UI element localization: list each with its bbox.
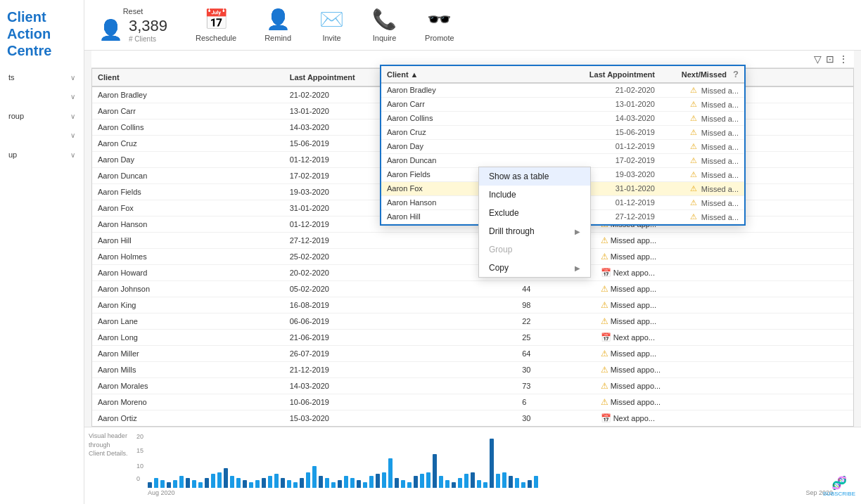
cell-age: 22 [516,314,594,330]
cell-last-appt: 05-02-2020 [284,281,517,297]
cm-copy[interactable]: Copy ▶ [479,259,590,277]
ht-row[interactable]: Aaron Duncan 17-02-2019 ⚠Missed a... [381,154,744,168]
ht-cell-last-appt: 17-02-2019 [537,156,655,165]
ht-col-next-missed[interactable]: Next/Missed ? [655,69,739,79]
subscribe-button[interactable]: 🧬 SUBSCRIBE [823,475,855,497]
ht-cell-client: Aaron Duncan [387,156,537,165]
copy-arrow: ▶ [575,264,580,272]
reset-section[interactable]: Reset 👤 3,389 # Clients [98,7,167,43]
col-status[interactable] [819,69,853,86]
chart-bar [331,482,336,488]
ht-cell-status: ⚠Missed a... [655,114,739,123]
cm-exclude[interactable]: Exclude [479,204,590,222]
chart-bar [243,480,247,488]
table-row[interactable]: Aaron Johnson 05-02-2020 44 ⚠ Missed app… [92,281,853,297]
chart-bar [167,482,171,488]
sidebar-item-2[interactable]: ∨ [7,90,77,103]
sidebar: ClientActionCentre ts ∨ ∨ roup ∨ ∨ up ∨ [0,0,84,504]
chart-bar [439,476,443,488]
chart-bar [528,480,532,488]
chart-bar [363,482,367,488]
table-row[interactable]: Aaron King 16-08-2019 98 ⚠ Missed app... [92,297,853,314]
chart-bar [414,476,418,488]
cell-last-appt: 15-03-2020 [284,411,517,427]
sidebar-item-4[interactable]: ∨ [7,129,77,142]
cell-client: Aaron Miller [92,346,284,362]
cell-client: Aaron Bradley [92,86,284,103]
cm-group[interactable]: Group [479,240,590,259]
inquire-action[interactable]: 📞 Inquire [372,8,397,42]
remind-action[interactable]: 👤 Remind [264,8,291,42]
chart-bar [420,474,424,488]
table-row[interactable]: Aaron Howard 20-02-2020 29 📅 Next appo..… [92,265,853,281]
cell-status [819,152,853,168]
cm-show-as-table-label: Show as a table [489,172,549,181]
ht-row[interactable]: Aaron Carr 13-01-2020 ⚠Missed a... [381,98,744,112]
chart-bar [395,478,399,488]
chart-bars [148,432,833,488]
cell-next-missed: 📅 Next appo... [595,330,819,346]
cm-show-as-table[interactable]: Show as a table [479,167,590,186]
cm-include[interactable]: Include [479,186,590,204]
ht-cell-status: ⚠Missed a... [655,212,739,221]
table-row[interactable]: Aaron Lane 06-06-2019 22 ⚠ Missed app... [92,314,853,330]
cell-client: Aaron Morales [92,378,284,394]
context-menu: Show as a table Include Exclude Drill th… [478,167,591,278]
sidebar-item-1[interactable]: ts ∨ [7,70,77,84]
cell-client: Aaron King [92,297,284,314]
table-row[interactable]: Aaron Holmes 25-02-2020 67 ⚠ Missed app.… [92,249,853,265]
reset-count: 3,389 [129,17,167,35]
cell-client: Aaron Howard [92,265,284,281]
table-row[interactable]: Aaron Hill 27-12-2019 53 ⚠ Missed app... [92,233,853,249]
expand-icon[interactable]: ⊡ [826,53,834,65]
chart-bar [249,482,253,488]
cm-drill-through[interactable]: Drill through ▶ [479,222,590,240]
cell-status [819,362,853,378]
chart-bar [268,476,272,488]
ht-cell-status: ⚠Missed a... [655,128,739,137]
table-row[interactable]: Aaron Morales 14-03-2020 73 ⚠ Missed app… [92,378,853,394]
subscribe-icon: 🧬 [831,475,847,491]
chart-bar [521,482,525,488]
sidebar-item-group[interactable]: roup ∨ [7,109,77,123]
table-row[interactable]: Aaron Moreno 10-06-2019 6 ⚠ Missed appo.… [92,394,853,411]
ht-row[interactable]: Aaron Cruz 15-06-2019 ⚠Missed a... [381,126,744,140]
table-row[interactable]: Aaron Ortiz 15-03-2020 30 📅 Next appo... [92,411,853,427]
more-icon[interactable]: ⋮ [838,53,848,65]
cm-group-label: Group [489,245,512,254]
ht-cell-client: Aaron Cruz [387,128,537,137]
chart-bar [173,480,177,488]
cell-status [819,314,853,330]
table-row[interactable]: Aaron Miller 26-07-2019 64 ⚠ Missed app.… [92,346,853,362]
cell-last-appt: 14-03-2020 [284,378,517,394]
chart-bar [382,472,386,488]
ht-cell-last-appt: 15-06-2019 [537,128,655,137]
chart-bar [179,476,184,488]
table-row[interactable]: Aaron Mills 21-12-2019 30 ⚠ Missed appo.… [92,362,853,378]
promote-action[interactable]: 🕶️ Promote [425,8,454,42]
ht-col-last-appt[interactable]: Last Appointment [537,70,655,79]
sidebar-item-up[interactable]: up ∨ [7,148,77,162]
ht-row[interactable]: Aaron Collins 14-03-2020 ⚠Missed a... [381,112,744,126]
ht-row[interactable]: Aaron Bradley 21-02-2020 ⚠Missed a... [381,84,744,98]
cm-exclude-label: Exclude [489,208,519,218]
ht-row[interactable]: Aaron Day 01-12-2019 ⚠Missed a... [381,140,744,154]
cell-status [819,330,853,346]
chart-bar [293,482,298,488]
invite-action[interactable]: ✉️ Invite [319,8,344,42]
app-title: ClientActionCentre [7,8,77,59]
ht-cell-client: Aaron Collins [387,114,537,123]
ht-cell-status: ⚠Missed a... [655,184,739,193]
col-client[interactable]: Client [92,69,284,86]
cell-status [819,184,853,200]
ht-col-client[interactable]: Client ▲ [387,70,537,79]
table-row[interactable]: Aaron Long 21-06-2019 25 📅 Next appo... [92,330,853,346]
filter-icon[interactable]: ▽ [814,53,822,65]
reschedule-action[interactable]: 📅 Reschedule [196,8,236,42]
cell-status [819,394,853,411]
chart-bar [502,472,506,488]
chart-bar [490,439,494,488]
subscribe-label: SUBSCRIBE [823,491,855,497]
help-icon[interactable]: ? [733,69,739,79]
chart-bar [217,472,222,488]
